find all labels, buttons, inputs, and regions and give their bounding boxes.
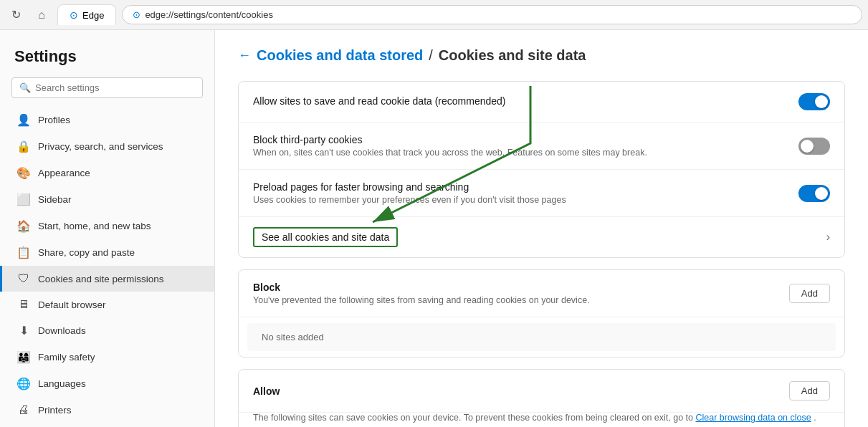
setting-content-allow-cookies: Allow sites to save and read cookie data… — [253, 95, 798, 108]
settings-card: Allow sites to save and read cookie data… — [238, 81, 845, 258]
tab-icon: ⊙ — [70, 9, 78, 21]
allow-section: Allow Add The following sites can save c… — [238, 369, 845, 427]
toggle-knob-preload — [815, 187, 828, 200]
address-bar[interactable]: ⊙ edge://settings/content/cookies — [122, 5, 862, 24]
tab-bar: ⊙ Edge — [57, 4, 116, 25]
sidebar-item-cookies[interactable]: 🛡 Cookies and site permissions — [0, 266, 214, 292]
block-header-content: Block You've prevented the following sit… — [253, 282, 590, 305]
search-box[interactable]: 🔍 — [11, 77, 203, 98]
active-tab[interactable]: ⊙ Edge — [57, 4, 116, 25]
profiles-icon: 👤 — [16, 113, 31, 127]
toggle-slider-block-third-party[interactable] — [798, 138, 830, 155]
sidebar: Settings 🔍 👤 Profiles 🔒 Privacy, search,… — [0, 30, 215, 427]
search-icon: 🔍 — [19, 82, 31, 93]
setting-label-allow-cookies: Allow sites to save and read cookie data… — [253, 95, 798, 107]
address-icon: ⊙ — [133, 9, 140, 20]
see-all-cookies-link[interactable]: See all cookies and site data — [253, 227, 398, 247]
block-no-sites: No sites added — [247, 323, 836, 351]
setting-content-block-third-party: Block third-party cookiesWhen on, sites … — [253, 134, 798, 158]
setting-label-block-third-party: Block third-party cookies — [253, 134, 798, 145]
content-area: ← Cookies and data stored / Cookies and … — [215, 30, 868, 427]
cookies-label: Cookies and site permissions — [38, 274, 164, 284]
toggle-knob-block-third-party — [801, 140, 814, 153]
sidebar-item-profiles[interactable]: 👤 Profiles — [0, 107, 214, 133]
default-browser-label: Default browser — [38, 299, 106, 310]
allow-header: Allow Add — [239, 370, 844, 413]
setting-desc-preload: Uses cookies to remember your preference… — [253, 195, 798, 205]
setting-row-preload: Preload pages for faster browsing and se… — [239, 170, 844, 217]
sidebar-item-appearance[interactable]: 🎨 Appearance — [0, 160, 214, 186]
refresh-button[interactable]: ↻ — [6, 5, 26, 25]
sidebar-item-languages[interactable]: 🌐 Languages — [0, 370, 214, 397]
block-title: Block — [253, 282, 590, 293]
allow-desc: The following sites can save cookies on … — [239, 413, 844, 427]
browser-chrome: ↻ ⌂ ⊙ Edge ⊙ edge://settings/content/coo… — [0, 0, 868, 30]
main-layout: Settings 🔍 👤 Profiles 🔒 Privacy, search,… — [0, 30, 868, 427]
allow-header-content: Allow — [253, 385, 280, 397]
printers-label: Printers — [38, 405, 72, 416]
sidebar-nav: 👤 Profiles 🔒 Privacy, search, and servic… — [0, 107, 214, 427]
toggle-slider-preload[interactable] — [798, 185, 830, 202]
breadcrumb-separator: / — [429, 47, 433, 64]
languages-label: Languages — [38, 378, 86, 389]
breadcrumb-link[interactable]: Cookies and data stored — [257, 47, 423, 64]
downloads-label: Downloads — [38, 325, 86, 336]
appearance-icon: 🎨 — [16, 166, 31, 180]
languages-icon: 🌐 — [16, 377, 31, 390]
toggle-allow-cookies[interactable] — [798, 93, 830, 110]
see-all-chevron: › — [826, 231, 830, 244]
start-home-icon: 🏠 — [16, 219, 31, 233]
allow-add-button[interactable]: Add — [789, 381, 830, 400]
sidebar-item-printers[interactable]: 🖨 Printers — [0, 397, 214, 423]
toggle-preload[interactable] — [798, 185, 830, 202]
downloads-icon: ⬇ — [16, 324, 31, 337]
block-header: Block You've prevented the following sit… — [239, 270, 844, 317]
breadcrumb: ← Cookies and data stored / Cookies and … — [238, 47, 845, 64]
sidebar-item-default-browser[interactable]: 🖥 Default browser — [0, 292, 214, 317]
clear-browsing-link[interactable]: Clear browsing data on close — [695, 413, 811, 423]
sidebar-item-family[interactable]: 👨‍👩‍👧 Family safety — [0, 344, 214, 370]
home-button[interactable]: ⌂ — [32, 5, 52, 25]
privacy-icon: 🔒 — [16, 140, 31, 153]
setting-label-preload: Preload pages for faster browsing and se… — [253, 181, 798, 193]
share-icon: 📋 — [16, 246, 31, 259]
sidebar-item-system[interactable]: 💻 System and performance — [0, 423, 214, 427]
allow-title: Allow — [253, 385, 280, 397]
cookies-icon: 🛡 — [16, 272, 31, 285]
block-section: Block You've prevented the following sit… — [238, 269, 845, 358]
search-input[interactable] — [35, 82, 195, 93]
sidebar-title: Settings — [0, 30, 214, 77]
setting-row-allow-cookies: Allow sites to save and read cookie data… — [239, 82, 844, 123]
default-browser-icon: 🖥 — [16, 298, 31, 311]
sidebar-item-start-home[interactable]: 🏠 Start, home, and new tabs — [0, 213, 214, 239]
sidebar-item-sidebar[interactable]: ⬜ Sidebar — [0, 186, 214, 213]
setting-content-preload: Preload pages for faster browsing and se… — [253, 181, 798, 205]
tab-label: Edge — [82, 10, 104, 21]
toggle-block-third-party[interactable] — [798, 138, 830, 155]
sidebar-item-downloads[interactable]: ⬇ Downloads — [0, 317, 214, 344]
breadcrumb-current: Cookies and site data — [439, 47, 586, 64]
sidebar-icon: ⬜ — [16, 193, 31, 206]
family-label: Family safety — [38, 352, 95, 363]
see-all-cookies-row[interactable]: See all cookies and site data › — [239, 217, 844, 257]
setting-row-block-third-party: Block third-party cookiesWhen on, sites … — [239, 123, 844, 170]
profiles-label: Profiles — [38, 115, 70, 125]
printers-icon: 🖨 — [16, 403, 31, 416]
block-add-button[interactable]: Add — [789, 284, 830, 303]
block-desc: You've prevented the following sites fro… — [253, 295, 590, 305]
setting-desc-block-third-party: When on, sites can't use cookies that tr… — [253, 148, 798, 158]
address-text: edge://settings/content/cookies — [145, 9, 273, 20]
toggle-knob-allow-cookies — [815, 95, 828, 108]
sidebar-item-privacy[interactable]: 🔒 Privacy, search, and services — [0, 133, 214, 160]
start-home-label: Start, home, and new tabs — [38, 221, 151, 231]
sidebar-label: Sidebar — [38, 194, 72, 205]
privacy-label: Privacy, search, and services — [38, 141, 163, 152]
appearance-label: Appearance — [38, 168, 90, 178]
family-icon: 👨‍👩‍👧 — [16, 350, 31, 364]
share-label: Share, copy and paste — [38, 247, 135, 258]
breadcrumb-back-button[interactable]: ← — [238, 48, 251, 63]
toggle-slider-allow-cookies[interactable] — [798, 93, 830, 110]
sidebar-item-share[interactable]: 📋 Share, copy and paste — [0, 239, 214, 266]
